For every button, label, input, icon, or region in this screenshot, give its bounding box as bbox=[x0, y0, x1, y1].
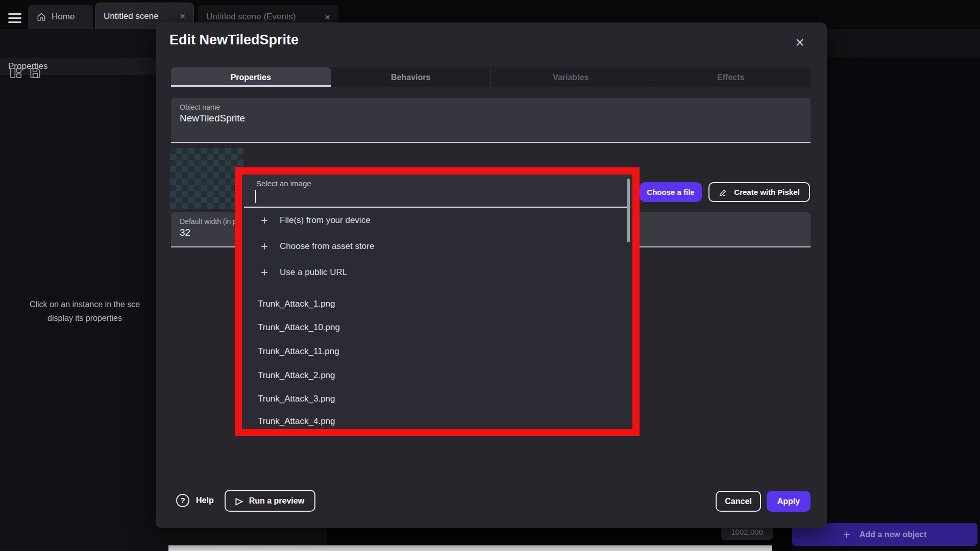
menu-item-choose-from-asset-store[interactable]: + Choose from asset store bbox=[242, 234, 632, 259]
pencil-icon bbox=[719, 188, 728, 197]
canvas-bottom-edge bbox=[168, 545, 772, 551]
field-label: Object name bbox=[180, 103, 220, 111]
file-option[interactable]: Trunk_Attack_10.png bbox=[242, 316, 632, 339]
play-icon: ▷ bbox=[236, 495, 243, 507]
select-image-field[interactable]: Select an image bbox=[242, 174, 632, 207]
file-option[interactable]: Trunk_Attack_3.png bbox=[242, 387, 632, 411]
tab-home[interactable]: Home bbox=[28, 5, 93, 29]
field-value: NewTiledSprite bbox=[180, 113, 245, 124]
menu-item-files-from-device[interactable]: + File(s) from your device bbox=[242, 208, 632, 233]
dialog-tab-effects[interactable]: Effects bbox=[651, 67, 811, 87]
help-label[interactable]: Help bbox=[196, 496, 214, 505]
choose-a-file-button[interactable]: Choose a file bbox=[640, 182, 702, 202]
text-cursor bbox=[255, 190, 256, 203]
hint-line-1: Click on an instance in the sce bbox=[0, 297, 169, 311]
plus-icon: + bbox=[843, 528, 850, 542]
file-option[interactable]: Trunk_Attack_2.png bbox=[242, 364, 632, 387]
tab-label: Untitled scene (Events) bbox=[206, 12, 296, 22]
create-with-piskel-button[interactable]: Create with Piskel bbox=[708, 182, 810, 202]
add-object-label: Add a new object bbox=[860, 530, 927, 539]
plus-icon: + bbox=[261, 260, 268, 285]
dialog-tab-properties[interactable]: Properties bbox=[171, 67, 331, 87]
button-label: Choose a file bbox=[647, 188, 694, 196]
menu-item-label: Use a public URL bbox=[280, 267, 347, 277]
cancel-button[interactable]: Cancel bbox=[716, 491, 761, 512]
save-icon[interactable] bbox=[29, 66, 42, 80]
file-option[interactable]: Trunk_Attack_11.png bbox=[242, 340, 632, 363]
button-label: Create with Piskel bbox=[734, 188, 799, 196]
sprite-transparent-preview bbox=[170, 148, 243, 209]
menu-divider bbox=[244, 288, 630, 288]
file-option[interactable]: Trunk_Attack_4.png bbox=[242, 410, 632, 429]
tab-label: Home bbox=[52, 12, 75, 22]
button-label: Cancel bbox=[725, 497, 751, 506]
run-a-preview-button[interactable]: ▷ Run a preview bbox=[225, 490, 315, 512]
field-value: 32 bbox=[180, 227, 190, 238]
dialog-tab-behaviors[interactable]: Behaviors bbox=[331, 67, 491, 87]
scrollbar-thumb[interactable] bbox=[627, 179, 630, 242]
button-label: Run a preview bbox=[249, 496, 304, 506]
layout-panels-icon[interactable] bbox=[9, 66, 22, 80]
dialog-close-icon[interactable]: × bbox=[791, 34, 808, 51]
hint-line-2: display its properties bbox=[0, 311, 169, 325]
properties-panel-hint: Click on an instance in the sce display … bbox=[0, 297, 169, 325]
active-tab-underline bbox=[171, 85, 331, 87]
apply-button[interactable]: Apply bbox=[767, 491, 811, 512]
plus-icon: + bbox=[261, 234, 268, 259]
plus-icon: + bbox=[261, 208, 268, 233]
hamburger-menu-icon[interactable] bbox=[8, 13, 21, 23]
help-icon[interactable]: ? bbox=[176, 494, 189, 507]
dialog-tab-variables[interactable]: Variables bbox=[491, 67, 651, 87]
dialog-tab-bar: Properties Behaviors Variables Effects bbox=[171, 67, 811, 87]
menu-item-label: Choose from asset store bbox=[280, 241, 374, 251]
select-image-label: Select an image bbox=[256, 179, 311, 188]
select-image-dropdown: Select an image + File(s) from your devi… bbox=[242, 174, 632, 429]
menu-item-use-public-url[interactable]: + Use a public URL bbox=[242, 260, 632, 285]
home-icon bbox=[36, 12, 46, 22]
file-option[interactable]: Trunk_Attack_1.png bbox=[242, 292, 632, 316]
close-tab-icon[interactable]: × bbox=[325, 12, 330, 22]
object-name-field[interactable]: Object name NewTiledSprite bbox=[171, 98, 811, 143]
highlight-box: Select an image + File(s) from your devi… bbox=[235, 167, 640, 436]
button-label: Apply bbox=[777, 497, 800, 506]
menu-item-label: File(s) from your device bbox=[280, 215, 371, 225]
dialog-title: Edit NewTiledSprite bbox=[169, 32, 299, 48]
close-tab-icon[interactable]: × bbox=[180, 11, 185, 21]
tab-label: Untitled scene bbox=[104, 11, 159, 21]
